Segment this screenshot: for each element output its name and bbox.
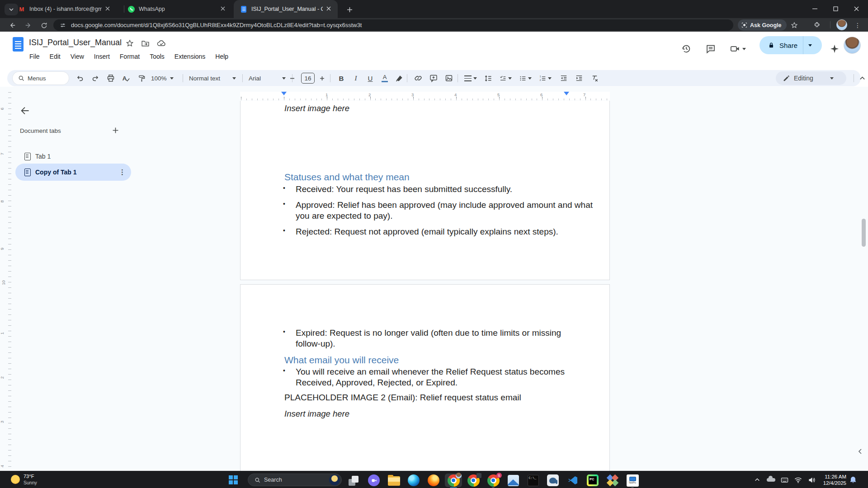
line-spacing-button[interactable] [482, 72, 494, 84]
chrome-active-button[interactable] [445, 474, 462, 487]
document-page-2[interactable]: • Expired: Request is no longer valid (o… [240, 284, 610, 471]
vertical-scrollbar[interactable] [862, 219, 866, 247]
volume-tray-icon[interactable] [805, 471, 818, 488]
tab-whatsapp[interactable]: WhatsApp [127, 0, 230, 18]
tab-close-icon[interactable] [105, 6, 110, 12]
print-button[interactable] [105, 72, 117, 84]
menu-insert[interactable]: Insert [90, 52, 114, 61]
insert-link-button[interactable] [412, 72, 424, 84]
paint-format-button[interactable] [136, 72, 147, 84]
numbered-list-button[interactable]: 12 [537, 72, 553, 84]
doc-tab-item-1[interactable]: Tab 1 [15, 148, 131, 164]
right-indent-marker[interactable] [564, 92, 569, 95]
weather-widget[interactable]: 73°FSunny [11, 473, 37, 486]
share-button[interactable]: Share [760, 36, 822, 54]
decrease-indent-button[interactable] [558, 72, 570, 84]
menu-edit[interactable]: Edit [46, 52, 65, 61]
photos-app-button[interactable] [505, 474, 522, 487]
align-button[interactable] [463, 72, 478, 84]
tab-gmail[interactable]: M Inbox (4) - ishann.tforce@gmail [18, 0, 120, 18]
text-color-button[interactable]: A [379, 72, 391, 84]
paragraph-style-select[interactable]: Normal text [189, 72, 236, 84]
terminal-button[interactable]: C:\_ [524, 474, 542, 487]
vscode-button[interactable] [564, 474, 581, 487]
add-document-tab-button[interactable] [110, 125, 121, 136]
horizontal-ruler[interactable]: 1 2 3 4 5 6 7 [240, 92, 610, 100]
menu-file[interactable]: File [25, 52, 44, 61]
add-comment-button[interactable] [428, 72, 439, 84]
doc-tab-item-2-selected[interactable]: Copy of Tab 1 ⋮ [15, 164, 131, 181]
google-docs-logo[interactable] [13, 37, 24, 52]
tray-expand-button[interactable] [750, 471, 764, 488]
menu-tools[interactable]: Tools [146, 52, 169, 61]
document-page-1[interactable]: Insert image here Statuses and what they… [240, 101, 610, 280]
chrome-profile2-button[interactable] [465, 474, 482, 487]
share-dropdown-icon[interactable] [808, 44, 812, 47]
browser-menu-button[interactable]: ⋮ [852, 19, 863, 31]
left-indent-marker[interactable] [281, 92, 287, 95]
menu-format[interactable]: Format [116, 52, 144, 61]
extensions-button[interactable] [811, 19, 823, 31]
chat-app-button[interactable] [365, 474, 382, 487]
document-status-button[interactable] [156, 38, 166, 48]
tab-search-button[interactable] [5, 4, 18, 15]
bulleted-list-button[interactable] [517, 72, 533, 84]
file-explorer-button[interactable] [385, 474, 402, 487]
font-size-input[interactable]: 16 [301, 73, 315, 84]
window-maximize-button[interactable] [826, 0, 845, 17]
menu-help[interactable]: Help [211, 52, 232, 61]
pycharm-button[interactable]: PC [584, 474, 601, 487]
move-to-folder-button[interactable] [140, 38, 150, 48]
postgresql-button[interactable] [544, 474, 561, 487]
browser-profile-avatar[interactable] [836, 19, 847, 30]
chrome-profile3-button[interactable]: S [485, 474, 502, 487]
undo-button[interactable] [74, 72, 86, 84]
bookmark-button[interactable] [788, 19, 800, 31]
gemini-button[interactable] [826, 40, 844, 58]
forward-button[interactable] [23, 19, 34, 31]
clear-formatting-button[interactable] [589, 72, 600, 84]
star-document-button[interactable] [125, 38, 135, 48]
wifi-tray-icon[interactable] [791, 471, 805, 488]
keyboard-tray-icon[interactable] [778, 471, 791, 488]
highlight-color-button[interactable] [393, 72, 405, 84]
menu-view[interactable]: View [66, 52, 88, 61]
bold-button[interactable]: B [335, 72, 347, 84]
font-family-select[interactable]: Arial [249, 72, 286, 84]
reload-button[interactable] [38, 19, 50, 31]
increase-font-size-button[interactable] [317, 72, 326, 84]
taskpro-button[interactable]: TaskPro [624, 474, 641, 487]
window-close-button[interactable] [846, 0, 866, 17]
start-button[interactable] [229, 475, 238, 484]
decrease-font-size-button[interactable] [288, 72, 297, 84]
tab-close-icon[interactable] [326, 6, 331, 12]
menu-extensions[interactable]: Extensions [170, 52, 209, 61]
redo-button[interactable] [90, 72, 101, 84]
taskbar-search[interactable]: Search [248, 474, 342, 486]
underline-button[interactable]: U [364, 72, 376, 84]
tab-options-kebab-icon[interactable]: ⋮ [119, 168, 126, 176]
insert-image-button[interactable] [443, 72, 455, 84]
window-minimize-button[interactable] [805, 0, 825, 17]
notifications-bell-icon[interactable] [846, 471, 860, 488]
zoom-select[interactable]: 100% [151, 72, 174, 84]
increase-indent-button[interactable] [573, 72, 585, 84]
meet-call-button[interactable] [726, 40, 750, 58]
tab-docs-active[interactable]: ISIJ_Portal_User_Manual - Goo [234, 0, 338, 18]
site-settings-icon[interactable] [60, 22, 66, 28]
tab-close-icon[interactable] [221, 6, 225, 12]
back-button[interactable] [6, 19, 18, 31]
onedrive-tray-icon[interactable] [764, 471, 778, 488]
office-pinwheel-button[interactable] [604, 474, 621, 487]
account-avatar[interactable] [844, 37, 861, 54]
ask-google-button[interactable]: Ask Google [738, 19, 787, 31]
editing-mode-select[interactable]: Editing [776, 71, 846, 85]
task-view-button[interactable] [345, 474, 363, 487]
menus-search-button[interactable]: Menus [13, 72, 69, 84]
edge-button[interactable] [405, 474, 422, 487]
collapse-toolbar-button[interactable] [856, 72, 868, 84]
spell-check-button[interactable]: A [120, 72, 132, 84]
version-history-button[interactable] [677, 40, 695, 58]
taskbar-clock[interactable]: 11:26 AM 12/4/2025 [818, 474, 846, 486]
document-title[interactable]: ISIJ_Portal_User_Manual [29, 38, 122, 47]
